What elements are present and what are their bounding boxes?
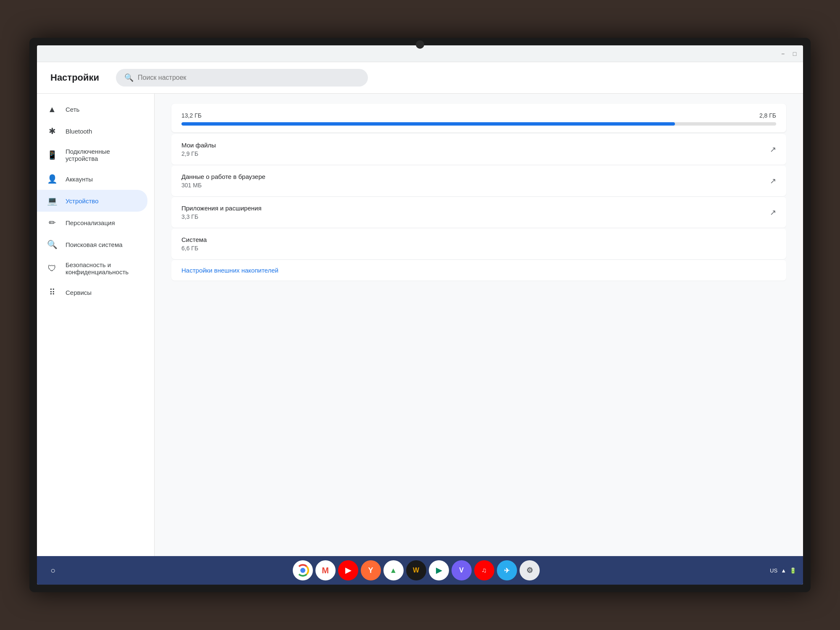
search-icon: 🔍 — [124, 73, 134, 82]
taskbar-app-drive[interactable]: ▲ — [383, 560, 404, 580]
sidebar-item-network[interactable]: ▲ Сеть — [37, 99, 147, 120]
sidebar-item-connected-devices-label: Подключенные устройства — [66, 148, 137, 162]
taskbar-app-youtube[interactable]: ▶ — [338, 560, 358, 580]
storage-item-browser-name: Данные о работе в браузере — [181, 173, 265, 180]
content-panel: 13,2 ГБ 2,8 ГБ Мои файлы 2,9 ГБ ↗ — [155, 94, 803, 556]
storage-item-browser-info: Данные о работе в браузере 301 МБ — [181, 173, 265, 189]
yt-music-icon: ♫ — [482, 567, 487, 574]
battery-icon: 🔋 — [790, 567, 796, 574]
sidebar-item-personalization[interactable]: ✏ Персонализация — [37, 212, 147, 234]
storage-bar-fill — [181, 122, 675, 126]
wifi-icon: ▲ — [47, 105, 57, 114]
storage-labels: 13,2 ГБ 2,8 ГБ — [181, 112, 776, 119]
storage-total-label: 13,2 ГБ — [181, 112, 202, 119]
laptop-icon: 💻 — [47, 196, 57, 206]
play-icon: ▶ — [436, 566, 442, 575]
sidebar-item-search-engine-label: Поисковая система — [66, 241, 123, 248]
storage-item-myfiles-info: Мои файлы 2,9 ГБ — [181, 142, 216, 157]
sidebar-item-accounts[interactable]: 👤 Аккаунты — [37, 168, 147, 190]
pencil-icon: ✏ — [47, 218, 57, 228]
storage-bar — [181, 122, 776, 126]
taskbar-app-chrome[interactable] — [293, 560, 313, 580]
external-storage-link[interactable]: Настройки внешних накопителей — [171, 260, 786, 281]
taskbar-app-gmail[interactable]: M — [315, 560, 336, 580]
yandex-icon: Y — [368, 566, 373, 575]
search-nav-icon: 🔍 — [47, 239, 57, 249]
taskbar-apps: M ▶ Y ▲ W — [66, 560, 766, 580]
screen-bezel: − □ Настройки 🔍 ▲ Сеть ✱ Bluetooth — [29, 38, 811, 592]
storage-item-myfiles[interactable]: Мои файлы 2,9 ГБ ↗ — [171, 134, 786, 165]
settings-header: Настройки 🔍 — [37, 62, 803, 94]
viber-icon: V — [459, 567, 464, 574]
search-input[interactable] — [138, 74, 360, 81]
storage-item-myfiles-size: 2,9 ГБ — [181, 150, 216, 157]
shield-icon: 🛡 — [47, 264, 57, 273]
person-icon: 👤 — [47, 174, 57, 184]
gmail-icon: M — [322, 566, 329, 575]
maximize-button[interactable]: □ — [791, 50, 798, 57]
taskbar-app-viber[interactable]: V — [452, 560, 472, 580]
taskbar-status: US ▲ 🔋 — [770, 567, 796, 574]
storage-item-browser-size: 301 МБ — [181, 182, 265, 189]
external-link-icon-1: ↗ — [770, 176, 776, 186]
sidebar-item-device-label: Устройство — [66, 197, 98, 205]
grid-icon: ⠿ — [47, 287, 57, 297]
page-title: Настройки — [50, 72, 99, 83]
storage-item-system-name: Система — [181, 236, 207, 243]
taskbar-app-telegram[interactable]: ✈ — [497, 560, 517, 580]
sidebar-item-bluetooth-label: Bluetooth — [66, 128, 92, 135]
external-link-icon-2: ↗ — [770, 208, 776, 217]
taskbar-app-yt-music[interactable]: ♫ — [474, 560, 494, 580]
external-link-icon-0: ↗ — [770, 145, 776, 154]
search-bar[interactable]: 🔍 — [116, 69, 368, 87]
storage-item-apps-size: 3,3 ГБ — [181, 213, 262, 220]
chrome-icon — [297, 564, 309, 577]
sidebar-item-accounts-label: Аккаунты — [66, 176, 93, 183]
sidebar-item-security[interactable]: 🛡 Безопасность и конфиденциальность — [37, 255, 147, 281]
wifi-status-icon: ▲ — [781, 567, 786, 574]
launcher-icon: ○ — [50, 566, 55, 575]
sidebar: ▲ Сеть ✱ Bluetooth 📱 Подключенные устрой… — [37, 94, 155, 556]
storage-item-apps[interactable]: Приложения и расширения 3,3 ГБ ↗ — [171, 197, 786, 228]
storage-item-system-info: Система 6,6 ГБ — [181, 236, 207, 252]
device-icon: 📱 — [47, 150, 57, 160]
launcher-button[interactable]: ○ — [44, 561, 62, 580]
locale-indicator: US — [770, 567, 777, 574]
taskbar-app-play[interactable]: ▶ — [429, 560, 449, 580]
sidebar-item-personalization-label: Персонализация — [66, 219, 115, 226]
sidebar-item-network-label: Сеть — [66, 106, 79, 113]
storage-item-myfiles-name: Мои файлы — [181, 142, 216, 149]
bluetooth-icon: ✱ — [47, 126, 57, 136]
wwe-icon: W — [413, 567, 419, 574]
title-bar: − □ — [37, 45, 803, 62]
storage-item-system-size: 6,6 ГБ — [181, 245, 207, 252]
main-content: ▲ Сеть ✱ Bluetooth 📱 Подключенные устрой… — [37, 94, 803, 556]
sidebar-item-security-label: Безопасность и конфиденциальность — [66, 261, 137, 276]
sidebar-item-services[interactable]: ⠿ Сервисы — [37, 281, 147, 303]
settings-icon: ⚙ — [526, 566, 533, 575]
storage-item-browser[interactable]: Данные о работе в браузере 301 МБ ↗ — [171, 165, 786, 196]
taskbar-app-wwe[interactable]: W — [406, 560, 426, 580]
storage-free-label: 2,8 ГБ — [759, 112, 776, 119]
sidebar-item-bluetooth[interactable]: ✱ Bluetooth — [37, 120, 147, 142]
sidebar-item-connected-devices[interactable]: 📱 Подключенные устройства — [37, 142, 147, 168]
telegram-icon: ✈ — [504, 567, 509, 575]
youtube-icon: ▶ — [345, 566, 351, 575]
minimize-button[interactable]: − — [780, 50, 786, 57]
sidebar-item-device[interactable]: 💻 Устройство — [37, 190, 147, 212]
storage-bar-area: 13,2 ГБ 2,8 ГБ — [171, 104, 786, 132]
sidebar-item-services-label: Сервисы — [66, 289, 92, 296]
storage-item-apps-name: Приложения и расширения — [181, 205, 262, 212]
drive-icon: ▲ — [390, 566, 397, 575]
screen: − □ Настройки 🔍 ▲ Сеть ✱ Bluetooth — [37, 45, 803, 585]
taskbar: ○ M ▶ Y — [37, 556, 803, 585]
sidebar-item-search-engine[interactable]: 🔍 Поисковая система — [37, 234, 147, 255]
taskbar-app-settings[interactable]: ⚙ — [520, 560, 540, 580]
storage-item-system: Система 6,6 ГБ — [171, 228, 786, 259]
taskbar-app-yandex[interactable]: Y — [361, 560, 381, 580]
storage-item-apps-info: Приложения и расширения 3,3 ГБ — [181, 205, 262, 220]
